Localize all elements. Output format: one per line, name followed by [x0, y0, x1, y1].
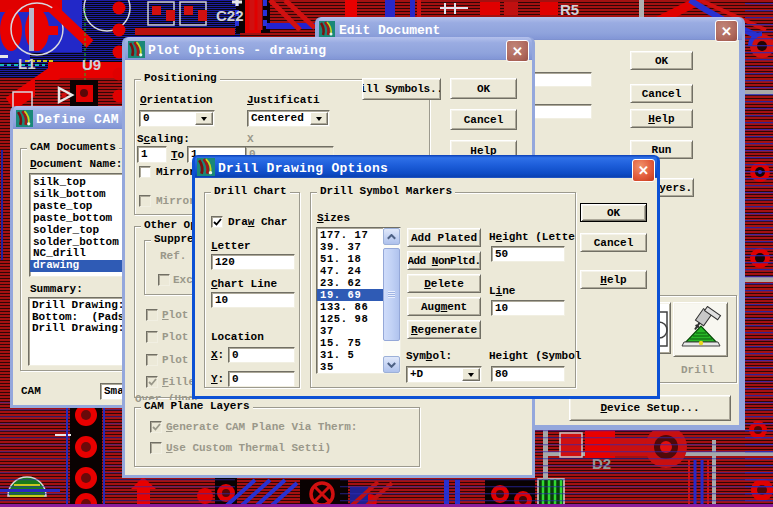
svg-text:C22: C22: [216, 7, 244, 24]
svg-text:U9: U9: [82, 56, 101, 73]
svg-text:L1: L1: [18, 55, 36, 72]
svg-text:R5: R5: [560, 1, 579, 18]
